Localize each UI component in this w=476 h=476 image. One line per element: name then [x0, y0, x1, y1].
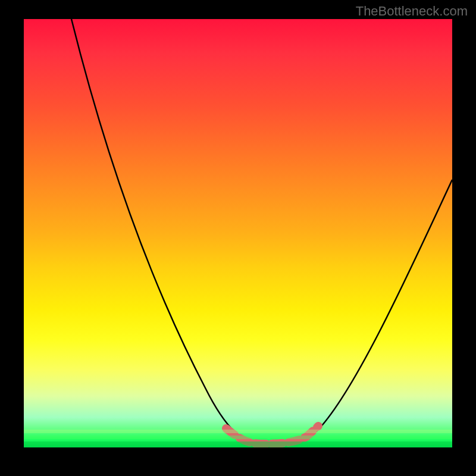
- bottleneck-plot: [24, 19, 452, 447]
- chart-svg: [24, 19, 452, 447]
- svg-rect-0: [24, 430, 452, 433]
- svg-rect-1: [24, 436, 452, 439]
- svg-rect-2: [24, 441, 452, 447]
- bottleneck-curve: [71, 19, 452, 444]
- watermark: TheBottleneck.com: [356, 4, 468, 19]
- bottom-stripes: [24, 430, 452, 447]
- valley-highlight: [226, 426, 318, 444]
